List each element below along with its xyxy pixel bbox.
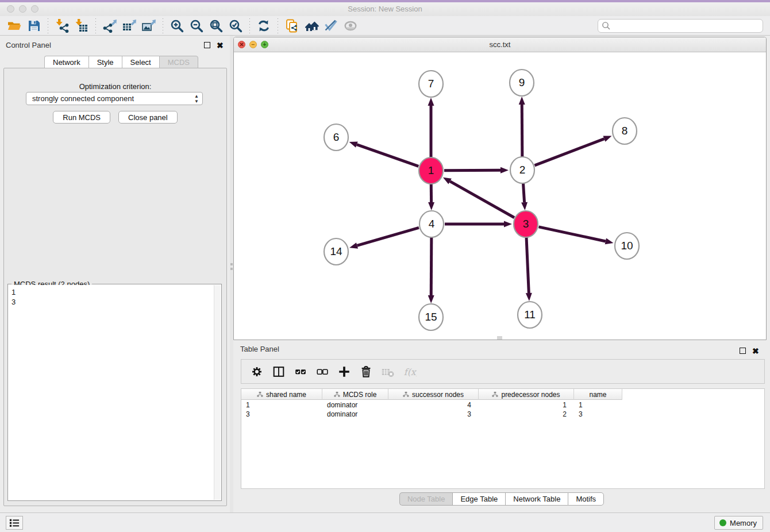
cell-successor-nodes[interactable]: 3 [388,410,479,419]
graph-node-9[interactable]: 9 [510,70,534,96]
tab-network[interactable]: Network [44,56,88,68]
result-scrollbar[interactable] [214,285,221,500]
cell-name[interactable]: 3 [574,410,622,419]
select-all-button[interactable] [290,362,311,381]
graph-node-8[interactable]: 8 [613,118,637,144]
zoom-fit-button[interactable] [206,17,226,34]
edge-3-11[interactable] [526,237,529,293]
network-titlebar[interactable]: ✕ − + scc.txt [234,37,766,52]
network-canvas[interactable]: 7968124314101511 [234,52,766,340]
edge-2-3[interactable] [523,183,524,202]
tab-select[interactable]: Select [122,56,159,68]
svg-text:8: 8 [622,125,628,137]
graph-node-7[interactable]: 7 [419,71,443,97]
column-header-MCDS-role[interactable]: MCDS role [322,389,388,400]
tab-motifs[interactable]: Motifs [568,492,604,506]
graph-node-10[interactable]: 10 [615,233,639,259]
first-neighbors-button[interactable] [302,17,321,34]
cell-name[interactable]: 1 [574,400,622,410]
canvas-resize-handle[interactable] [497,336,502,340]
edge-1-6[interactable] [357,145,418,167]
column-header-predecessor-nodes[interactable]: predecessor nodes [479,389,574,400]
settings-button[interactable] [246,362,268,381]
graph-node-11[interactable]: 11 [518,302,542,328]
open-session-button[interactable] [5,17,24,34]
tab-network-table[interactable]: Network Table [505,492,568,506]
control-panel-float-button[interactable] [204,40,211,48]
export-network-button[interactable] [100,17,120,34]
table-row[interactable]: 1dominator411 [241,400,622,410]
graph-node-6[interactable]: 6 [324,124,348,151]
zoom-selected-icon [228,18,243,33]
tab-node-table[interactable]: Node Table [399,492,453,506]
edge-4-14[interactable] [357,228,419,245]
network-from-selection-button[interactable] [282,17,302,34]
save-session-button[interactable] [24,17,44,34]
graph-node-1[interactable]: 1 [419,157,443,184]
table-panel-float-button[interactable] [740,346,747,353]
cell-MCDS-role[interactable]: dominator [322,410,388,419]
memory-label: Memory [730,519,757,527]
zoom-in-button[interactable] [167,17,187,34]
cell-predecessor-nodes[interactable]: 1 [479,400,574,410]
splitter-handle-icon [230,263,233,265]
table-row[interactable]: 3dominator323 [241,410,622,419]
hide-selected-button[interactable] [321,17,341,34]
import-table-button[interactable] [72,17,91,34]
refresh-layout-button[interactable] [254,17,274,34]
close-icon: ✖ [752,346,759,356]
graph-node-14[interactable]: 14 [324,238,348,265]
node-table[interactable]: shared nameMCDS rolesuccessor nodesprede… [241,388,765,489]
table-panel-close-button[interactable]: ✖ [752,346,760,353]
mcds-result-text[interactable]: 1 3 [9,285,214,500]
control-panel-close-button[interactable]: ✖ [217,40,224,48]
edge-4-15[interactable] [431,237,432,295]
edge-3-1[interactable] [450,182,514,218]
import-network-button[interactable] [52,17,72,34]
search-icon [602,21,611,30]
graph-node-15[interactable]: 15 [419,304,443,330]
import-network-icon [55,18,70,33]
task-history-button[interactable] [6,516,23,530]
deselect-all-button[interactable] [311,362,333,381]
tab-style[interactable]: Style [88,56,122,68]
zoom-out-button[interactable] [187,17,206,34]
export-image-button[interactable] [139,17,159,34]
task-list-icon [9,518,20,528]
search-input[interactable] [598,19,763,33]
column-header-shared-name[interactable]: shared name [241,389,322,400]
column-hierarchy-icon [492,391,498,398]
column-header-successor-nodes[interactable]: successor nodes [388,389,479,400]
add-row-button[interactable] [333,362,355,381]
column-header-name[interactable]: name [574,389,622,400]
criterion-dropdown[interactable]: strongly connected component ▲▼ [26,92,203,105]
optimization-criterion-label: Optimization criterion: [4,82,226,91]
edge-3-10[interactable] [538,227,605,241]
cell-MCDS-role[interactable]: dominator [322,400,388,410]
zoom-fit-icon [209,18,224,33]
edge-2-8[interactable] [534,139,604,165]
graph-node-3[interactable]: 3 [514,211,538,237]
cell-predecessor-nodes[interactable]: 2 [479,410,574,419]
run-mcds-button[interactable]: Run MCDS [53,111,110,124]
import-table-icon [74,18,89,33]
cell-shared-name[interactable]: 1 [241,400,322,410]
tab-mcds[interactable]: MCDS [159,56,198,68]
column-hierarchy-icon [257,391,263,398]
split-view-button[interactable] [268,362,290,381]
close-panel-button[interactable]: Close panel [118,111,178,124]
export-table-button[interactable] [120,17,139,34]
graph-node-4[interactable]: 4 [419,211,444,237]
edge-arrow-icon [428,295,434,303]
table-tabs: Node TableEdge TableNetwork TableMotifs [233,492,770,506]
delete-row-button[interactable] [355,362,377,381]
memory-button[interactable]: Memory [714,516,763,530]
refresh-layout-icon [256,18,271,33]
cell-successor-nodes[interactable]: 4 [388,400,479,410]
edge-1-2[interactable] [444,170,500,171]
edge-2-9[interactable] [522,105,522,157]
zoom-selected-button[interactable] [226,17,245,34]
graph-node-2[interactable]: 2 [510,157,534,183]
cell-shared-name[interactable]: 3 [241,410,322,419]
tab-edge-table[interactable]: Edge Table [452,492,505,506]
